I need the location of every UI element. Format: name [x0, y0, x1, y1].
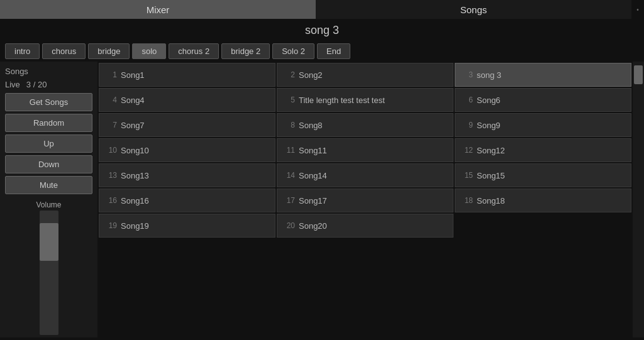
song-title: song 3: [0, 19, 644, 41]
song-cell-17[interactable]: 17Song17: [277, 189, 453, 212]
song-num: 5: [284, 96, 295, 104]
song-num: 11: [284, 146, 295, 155]
songs-grid: 1Song12Song23song 34Song45Title length t…: [97, 62, 633, 239]
part-tab-solo2[interactable]: Solo 2: [272, 43, 314, 59]
random-button[interactable]: Random: [5, 114, 92, 132]
main-area: Songs Live 3 / 20 Get SongsRandomUpDownM…: [0, 62, 644, 337]
volume-track[interactable]: [40, 211, 58, 335]
song-title-cell: Song20: [299, 221, 327, 231]
song-title-cell: Song16: [121, 196, 149, 206]
song-num: 9: [462, 121, 473, 129]
song-cell-7[interactable]: 7Song7: [99, 113, 275, 137]
song-title-cell: Song11: [299, 146, 327, 155]
song-cell-15[interactable]: 15Song15: [455, 163, 631, 187]
volume-thumb[interactable]: [40, 223, 58, 261]
down-button[interactable]: Down: [5, 155, 92, 173]
song-title-cell: song 3: [477, 70, 501, 80]
song-title-cell: Song10: [121, 146, 149, 155]
song-title-cell: Song18: [477, 196, 505, 206]
song-num: 19: [106, 221, 117, 230]
song-cell-4[interactable]: 4Song4: [99, 88, 275, 112]
sidebar-header: Songs: [5, 64, 92, 79]
song-cell-5[interactable]: 5Title length test test test: [277, 88, 453, 112]
song-cell-11[interactable]: 11Song11: [277, 138, 453, 162]
song-title-cell: Song12: [477, 146, 505, 155]
sidebar: Songs Live 3 / 20 Get SongsRandomUpDownM…: [0, 62, 97, 337]
song-num: 16: [106, 196, 117, 205]
part-tab-intro[interactable]: intro: [5, 43, 40, 59]
song-cell-14[interactable]: 14Song14: [277, 163, 453, 187]
scrollbar-thumb[interactable]: [634, 65, 643, 84]
song-title-cell: Song2: [299, 70, 323, 80]
top-bar: Mixer Songs •: [0, 0, 644, 19]
song-title-cell: Song15: [477, 171, 505, 180]
part-tab-end[interactable]: End: [317, 43, 350, 59]
song-num: 1: [106, 70, 117, 79]
song-title-cell: Song7: [121, 121, 145, 130]
song-title-cell: Title length test test test: [299, 96, 385, 105]
part-tab-bridge[interactable]: bridge: [88, 43, 130, 59]
song-title-cell: Song8: [299, 121, 323, 130]
song-cell-20[interactable]: 20Song20: [277, 214, 453, 238]
parts-bar: introchorusbridgesolochorus 2bridge 2Sol…: [0, 41, 644, 62]
song-num: 17: [284, 196, 295, 205]
song-cell-19[interactable]: 19Song19: [99, 214, 275, 238]
sidebar-live-row: Live 3 / 20: [5, 79, 92, 93]
song-title-cell: Song9: [477, 121, 501, 130]
mute-button[interactable]: Mute: [5, 176, 92, 194]
part-tab-solo[interactable]: solo: [132, 43, 166, 59]
song-cell-3[interactable]: 3song 3: [455, 63, 631, 87]
dot-indicator: •: [631, 0, 644, 19]
song-title-cell: Song19: [121, 221, 149, 231]
mixer-tab[interactable]: Mixer: [0, 0, 316, 19]
song-num: 8: [284, 121, 295, 129]
song-num: 13: [106, 171, 117, 180]
song-title-cell: Song4: [121, 96, 145, 105]
song-num: 10: [106, 146, 117, 155]
part-tab-chorus2[interactable]: chorus 2: [169, 43, 219, 59]
song-num: 12: [462, 146, 473, 155]
song-num: 6: [462, 96, 473, 104]
part-tab-chorus[interactable]: chorus: [42, 43, 86, 59]
song-title-cell: Song13: [121, 171, 149, 180]
scrollbar: [633, 62, 644, 337]
songs-area: 1Song12Song23song 34Song45Title length t…: [97, 62, 633, 337]
song-cell-9[interactable]: 9Song9: [455, 113, 631, 137]
song-cell-1[interactable]: 1Song1: [99, 63, 275, 87]
song-num: 3: [462, 70, 473, 79]
song-title-cell: Song6: [477, 96, 501, 105]
song-cell-18[interactable]: 18Song18: [455, 189, 631, 212]
song-cell-8[interactable]: 8Song8: [277, 113, 453, 137]
song-title-cell: Song1: [121, 70, 145, 80]
song-num: 15: [462, 171, 473, 180]
song-num: 14: [284, 171, 295, 180]
song-cell-10[interactable]: 10Song10: [99, 138, 275, 162]
volume-label: Volume: [5, 197, 92, 211]
song-num: 20: [284, 221, 295, 230]
song-num: 18: [462, 196, 473, 205]
song-cell-16[interactable]: 16Song16: [99, 189, 275, 212]
songs-tab[interactable]: Songs: [316, 0, 631, 19]
live-label: Live: [5, 80, 20, 89]
song-title-cell: Song14: [299, 171, 327, 180]
song-count: 3 / 20: [26, 80, 47, 89]
song-cell-6[interactable]: 6Song6: [455, 88, 631, 112]
song-cell-2[interactable]: 2Song2: [277, 63, 453, 87]
song-cell-13[interactable]: 13Song13: [99, 163, 275, 187]
song-num: 2: [284, 70, 295, 79]
part-tab-bridge2[interactable]: bridge 2: [221, 43, 270, 59]
get-songs-button[interactable]: Get Songs: [5, 93, 92, 111]
up-button[interactable]: Up: [5, 134, 92, 153]
song-num: 7: [106, 121, 117, 129]
song-cell-12[interactable]: 12Song12: [455, 138, 631, 162]
song-num: 4: [106, 96, 117, 104]
song-title-cell: Song17: [299, 196, 327, 206]
